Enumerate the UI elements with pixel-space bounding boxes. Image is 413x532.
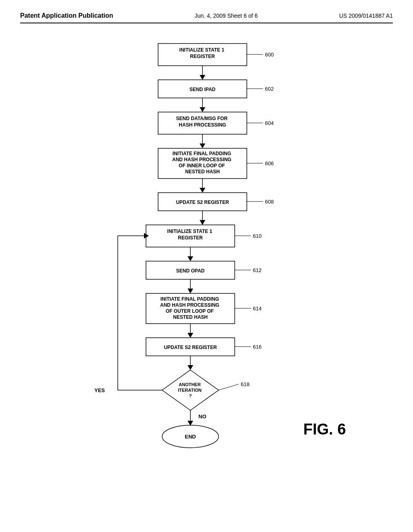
ref-618: 618	[241, 381, 250, 387]
ref-606: 606	[265, 160, 274, 166]
ref-line-618	[219, 384, 239, 390]
fig-label: FIG. 6	[303, 421, 346, 438]
arrowhead-608-610	[200, 220, 205, 225]
page: Patent Application Publication Jun. 4, 2…	[0, 0, 413, 532]
arrowhead-600-602	[200, 75, 205, 80]
arrowhead-604-606	[200, 143, 205, 148]
ref-610: 610	[253, 233, 262, 239]
ref-602: 602	[265, 86, 274, 92]
box-616-text: UPDATE S2 REGISTER	[164, 345, 217, 350]
ref-616: 616	[253, 344, 262, 350]
arrowhead-602-604	[200, 107, 205, 112]
ref-600: 600	[265, 52, 274, 58]
no-label: NO	[198, 414, 206, 420]
box-608-text: UPDATE S2 REGISTER	[176, 200, 229, 205]
arrowhead-610-612	[188, 256, 193, 261]
header: Patent Application Publication Jun. 4, 2…	[20, 12, 393, 23]
ref-604: 604	[265, 120, 274, 126]
ref-608: 608	[265, 199, 274, 205]
arrowhead-616-618	[188, 365, 193, 370]
diagram-container: INITIALIZE STATE 1 REGISTER 600 SEND IPA…	[20, 39, 393, 507]
arrowhead-614-616	[188, 333, 193, 338]
no-arrowhead	[188, 421, 193, 426]
publication-label: Patent Application Publication	[20, 12, 113, 19]
box-602-text: SEND IPAD	[190, 87, 216, 92]
arrowhead-612-614	[188, 289, 193, 293]
ref-612: 612	[253, 267, 262, 273]
date-sheet-label: Jun. 4, 2009 Sheet 6 of 6	[194, 12, 257, 19]
patent-number-label: US 2009/0141887 A1	[339, 12, 393, 19]
yes-label: YES	[94, 387, 105, 393]
arrowhead-606-608	[200, 188, 205, 193]
box-612-text: SEND OPAD	[176, 268, 205, 274]
ref-614: 614	[253, 305, 262, 312]
end-text: END	[185, 434, 196, 440]
flowchart-svg: INITIALIZE STATE 1 REGISTER 600 SEND IPA…	[65, 39, 348, 507]
